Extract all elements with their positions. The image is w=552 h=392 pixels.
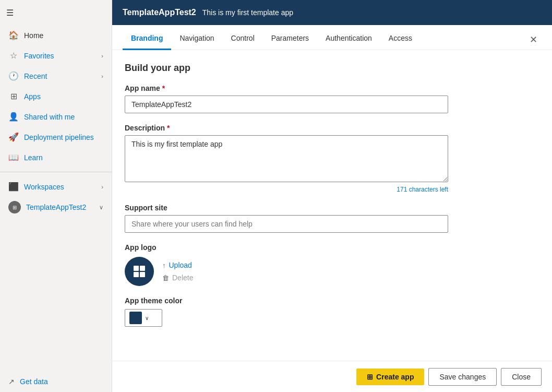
favorites-icon: ☆ xyxy=(8,51,19,61)
app-desc-header: This is my first template app xyxy=(202,8,293,17)
chevron-right-icon: › xyxy=(101,73,103,79)
save-changes-button[interactable]: Save changes xyxy=(428,368,497,386)
sidebar-item-recent[interactable]: 🕐 Recent › xyxy=(0,66,112,86)
sidebar-item-template[interactable]: ⊞ TemplateAppTest2 ∨ xyxy=(0,197,112,218)
app-theme-color-section: App theme color ∨ xyxy=(125,296,539,327)
main-content: TemplateAppTest2 This is my first templa… xyxy=(112,0,552,392)
app-logo-label: App logo xyxy=(125,243,539,252)
delete-icon: 🗑 xyxy=(162,274,169,282)
sidebar-item-label: Favorites xyxy=(24,52,96,60)
chevron-down-icon: ∨ xyxy=(145,315,149,321)
sidebar-item-deployment[interactable]: 🚀 Deployment pipelines xyxy=(0,127,112,147)
upload-label: Upload xyxy=(169,261,192,269)
learn-icon: 📖 xyxy=(8,152,19,162)
sidebar-item-label: Home xyxy=(24,31,103,40)
sidebar-divider xyxy=(0,172,112,172)
color-label: App theme color xyxy=(125,296,539,305)
sidebar-item-favorites[interactable]: ☆ Favorites › xyxy=(0,45,112,66)
sidebar-item-label: Learn xyxy=(24,153,103,162)
workspaces-icon: ⬛ xyxy=(8,182,19,192)
top-header: TemplateAppTest2 This is my first templa… xyxy=(112,0,552,25)
chevron-down-icon: ∨ xyxy=(99,204,103,211)
delete-button[interactable]: 🗑 Delete xyxy=(162,274,193,282)
sidebar-item-label: Deployment pipelines xyxy=(24,133,103,141)
support-site-input[interactable] xyxy=(125,215,448,233)
logo-actions: ↑ Upload 🗑 Delete xyxy=(162,261,193,282)
chevron-right-icon: › xyxy=(101,53,103,59)
description-input[interactable]: This is my first template app xyxy=(125,135,448,182)
app-name-header: TemplateAppTest2 xyxy=(123,8,196,17)
required-indicator: * xyxy=(167,124,170,132)
apps-icon: ⊞ xyxy=(8,91,19,101)
sidebar-nav: 🏠 Home ☆ Favorites › 🕐 Recent › ⊞ Apps 👤… xyxy=(0,25,112,371)
description-field: Description * This is my first template … xyxy=(125,124,539,193)
svg-rect-3 xyxy=(140,272,145,277)
char-count: 171 characters left xyxy=(125,186,448,193)
sidebar-item-label: Recent xyxy=(24,72,96,80)
avatar: ⊞ xyxy=(8,201,21,213)
workspaces-label: Workspaces xyxy=(24,183,96,191)
chevron-right-icon: › xyxy=(101,184,103,190)
tab-bar: Branding Navigation Control Parameters A… xyxy=(112,25,552,50)
create-app-icon: ⊞ xyxy=(367,373,373,381)
create-app-button[interactable]: ⊞ Create app xyxy=(356,369,424,385)
sidebar-item-home[interactable]: 🏠 Home xyxy=(0,25,112,45)
sidebar: ☰ 🏠 Home ☆ Favorites › 🕐 Recent › ⊞ Apps… xyxy=(0,0,112,392)
support-site-label: Support site xyxy=(125,204,539,212)
svg-rect-1 xyxy=(140,266,145,271)
get-data-label: Get data xyxy=(20,377,48,386)
app-logo-section: App logo ↑ Upload 🗑 xyxy=(125,243,539,286)
form-title: Build your app xyxy=(125,63,539,74)
app-logo-preview xyxy=(125,257,154,286)
form-content: Build your app App name * Description * … xyxy=(112,50,552,361)
sidebar-header: ☰ xyxy=(0,0,112,25)
tab-authentication[interactable]: Authentication xyxy=(317,28,380,50)
logo-row: ↑ Upload 🗑 Delete xyxy=(125,257,539,286)
sidebar-item-shared[interactable]: 👤 Shared with me xyxy=(0,106,112,127)
sidebar-item-label: Shared with me xyxy=(24,113,103,121)
sidebar-footer-get-data[interactable]: ↗ Get data xyxy=(0,371,112,392)
deployment-icon: 🚀 xyxy=(8,132,19,142)
delete-label: Delete xyxy=(172,274,193,282)
sidebar-item-workspaces[interactable]: ⬛ Workspaces › xyxy=(0,176,112,197)
color-swatch xyxy=(129,312,142,324)
home-icon: 🏠 xyxy=(8,30,19,40)
get-data-icon: ↗ xyxy=(8,377,15,386)
description-label: Description * xyxy=(125,124,539,132)
svg-rect-0 xyxy=(134,266,139,271)
create-app-label: Create app xyxy=(376,373,414,381)
logo-icon xyxy=(132,264,147,279)
close-button[interactable]: Close xyxy=(501,368,542,386)
recent-icon: 🕐 xyxy=(8,71,19,81)
tab-access[interactable]: Access xyxy=(380,28,421,50)
template-label: TemplateAppTest2 xyxy=(26,203,94,211)
color-picker-button[interactable]: ∨ xyxy=(125,309,162,327)
sidebar-item-label: Apps xyxy=(24,92,103,101)
required-indicator: * xyxy=(162,84,165,92)
tab-branding[interactable]: Branding xyxy=(123,28,171,50)
sidebar-item-learn[interactable]: 📖 Learn xyxy=(0,147,112,168)
support-site-field: Support site xyxy=(125,204,539,233)
sidebar-item-apps[interactable]: ⊞ Apps xyxy=(0,86,112,106)
app-name-field: App name * xyxy=(125,84,539,113)
upload-icon: ↑ xyxy=(162,262,166,269)
hamburger-icon[interactable]: ☰ xyxy=(6,8,14,18)
upload-button[interactable]: ↑ Upload xyxy=(162,261,193,269)
shared-icon: 👤 xyxy=(8,112,19,122)
close-icon[interactable]: ✕ xyxy=(525,30,542,50)
footer: ⊞ Create app Save changes Close xyxy=(112,361,552,392)
tab-parameters[interactable]: Parameters xyxy=(263,28,317,50)
tab-control[interactable]: Control xyxy=(223,28,263,50)
app-name-label: App name * xyxy=(125,84,539,92)
tab-navigation[interactable]: Navigation xyxy=(171,28,222,50)
app-name-input[interactable] xyxy=(125,96,448,113)
svg-rect-2 xyxy=(134,272,139,277)
